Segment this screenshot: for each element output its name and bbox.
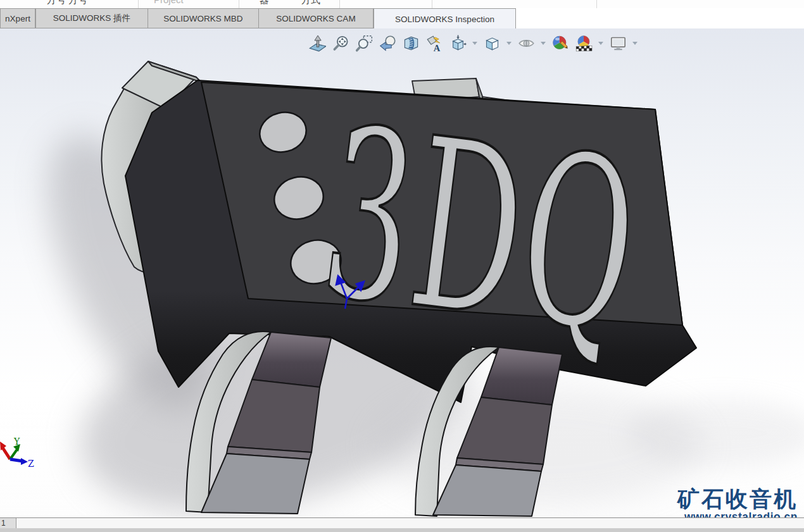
svg-text:A: A: [433, 42, 440, 51]
ribbon-fragment: 方号 方号: [47, 0, 87, 6]
zoom-to-area-icon[interactable]: [355, 34, 374, 53]
ribbon-divider: [138, 0, 139, 8]
solidworks-window: 方号 方号 Project 器 方式 nXpert SOLIDWORKS 插件 …: [0, 0, 804, 532]
reference-triad: Y Z: [0, 436, 34, 469]
ribbon-divider: [596, 0, 597, 8]
hide-show-items-icon[interactable]: [517, 34, 536, 53]
heads-up-toolbar: A: [308, 32, 638, 54]
command-manager-tabbar: nXpert SOLIDWORKS 插件 SOLIDWORKS MBD SOLI…: [0, 8, 804, 29]
dynamic-annotation-views-icon[interactable]: A: [425, 34, 444, 53]
watermark-title: 矿石收音机: [677, 488, 798, 510]
normal-to-icon[interactable]: [308, 34, 327, 53]
zoom-to-fit-icon[interactable]: [331, 34, 350, 53]
ribbon-fragment: 方式: [301, 0, 320, 6]
tab-solidworks-addins[interactable]: SOLIDWORKS 插件: [35, 8, 148, 28]
edit-appearance-icon[interactable]: [551, 34, 570, 53]
display-style-dropdown-caret[interactable]: [506, 42, 512, 45]
apply-scene-dropdown-caret[interactable]: [598, 42, 603, 45]
tab-solidworks-mbd[interactable]: SOLIDWORKS MBD: [148, 8, 259, 28]
hide-show-items-dropdown-caret[interactable]: [541, 42, 546, 45]
model-sot23-3dq[interactable]: 3DQ: [0, 28, 804, 532]
view-orientation-icon[interactable]: [448, 34, 467, 53]
axis-z-label: Z: [28, 459, 34, 469]
ribbon-divider: [339, 0, 340, 8]
section-view-icon[interactable]: [401, 34, 420, 53]
package-marking-text: 3DQ: [311, 77, 652, 385]
tab-solidworks-cam[interactable]: SOLIDWORKS CAM: [258, 8, 374, 28]
ribbon-fragment: Project: [154, 0, 184, 5]
status-bar: 1: [0, 517, 804, 528]
view-settings-icon[interactable]: [608, 34, 627, 53]
tab-solidworks-inspection[interactable]: SOLIDWORKS Inspection: [374, 8, 516, 29]
status-bar-left-tab[interactable]: 1: [0, 518, 16, 528]
previous-view-icon[interactable]: [378, 34, 397, 53]
tab-dimxpert-partial[interactable]: nXpert: [0, 8, 35, 28]
ribbon-remnant: 方号 方号 Project 器 方式: [0, 0, 804, 8]
ribbon-fragment: 器: [260, 0, 269, 6]
ribbon-divider: [432, 0, 432, 8]
apply-scene-icon[interactable]: [574, 34, 593, 53]
ribbon-divider: [239, 0, 239, 8]
footer-strip: [0, 528, 804, 532]
display-style-icon[interactable]: [482, 34, 501, 53]
view-orientation-dropdown-caret[interactable]: [472, 42, 477, 45]
view-settings-dropdown-caret[interactable]: [632, 42, 638, 45]
axis-y-label: Y: [13, 436, 20, 447]
